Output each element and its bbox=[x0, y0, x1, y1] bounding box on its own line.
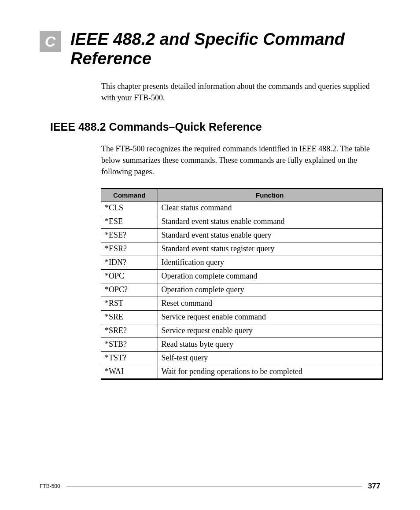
function-cell: Service request enable command bbox=[158, 310, 383, 324]
function-cell: Clear status command bbox=[158, 201, 383, 215]
table-header-function: Function bbox=[158, 188, 383, 201]
intro-paragraph: This chapter presents detailed informati… bbox=[101, 81, 380, 103]
table-row: *SRE?Service request enable query bbox=[101, 324, 383, 338]
function-cell: Reset command bbox=[158, 297, 383, 310]
chapter-letter-badge: C bbox=[40, 31, 61, 52]
table-row: *RSTReset command bbox=[101, 297, 383, 310]
command-cell: *ESE bbox=[101, 215, 158, 228]
table-row: *ESR?Standard event status register quer… bbox=[101, 242, 383, 256]
function-cell: Operation complete command bbox=[158, 269, 383, 283]
function-cell: Standard event status enable command bbox=[158, 215, 383, 228]
command-cell: *CLS bbox=[101, 201, 158, 215]
command-cell: *WAI bbox=[101, 365, 158, 379]
command-cell: *SRE bbox=[101, 310, 158, 324]
table-row: *IDN?Identification query bbox=[101, 256, 383, 269]
table-row: *TST?Self-test query bbox=[101, 351, 383, 365]
command-cell: *TST? bbox=[101, 351, 158, 365]
table-row: *WAIWait for pending operations to be co… bbox=[101, 365, 383, 379]
command-cell: *SRE? bbox=[101, 324, 158, 338]
command-cell: *RST bbox=[101, 297, 158, 310]
section-paragraph: The FTB-500 recognizes the required comm… bbox=[101, 143, 380, 177]
command-cell: *OPC? bbox=[101, 283, 158, 297]
command-cell: *STB? bbox=[101, 338, 158, 351]
command-cell: *ESR? bbox=[101, 242, 158, 256]
table-header-row: Command Function bbox=[101, 188, 383, 201]
page-footer: FTB-500 377 bbox=[40, 482, 380, 491]
function-cell: Service request enable query bbox=[158, 324, 383, 338]
table-row: *SREService request enable command bbox=[101, 310, 383, 324]
footer-rule bbox=[66, 486, 362, 487]
command-cell: *IDN? bbox=[101, 256, 158, 269]
table-header-command: Command bbox=[101, 188, 158, 201]
footer-page-number: 377 bbox=[368, 482, 380, 491]
table-row: *OPC?Operation complete query bbox=[101, 283, 383, 297]
table-row: *CLSClear status command bbox=[101, 201, 383, 215]
table-row: *STB?Read status byte query bbox=[101, 338, 383, 351]
footer-model: FTB-500 bbox=[40, 483, 60, 489]
function-cell: Read status byte query bbox=[158, 338, 383, 351]
table-row: *ESEStandard event status enable command bbox=[101, 215, 383, 228]
function-cell: Wait for pending operations to be comple… bbox=[158, 365, 383, 379]
function-cell: Standard event status enable query bbox=[158, 228, 383, 242]
table-row: *ESE?Standard event status enable query bbox=[101, 228, 383, 242]
command-cell: *OPC bbox=[101, 269, 158, 283]
chapter-title: IEEE 488.2 and Specific Command Referenc… bbox=[70, 30, 380, 68]
function-cell: Identification query bbox=[158, 256, 383, 269]
function-cell: Standard event status register query bbox=[158, 242, 383, 256]
command-cell: *ESE? bbox=[101, 228, 158, 242]
table-row: *OPCOperation complete command bbox=[101, 269, 383, 283]
function-cell: Self-test query bbox=[158, 351, 383, 365]
chapter-header: C IEEE 488.2 and Specific Command Refere… bbox=[40, 30, 380, 68]
section-heading: IEEE 488.2 Commands–Quick Reference bbox=[50, 121, 380, 133]
command-table: Command Function *CLSClear status comman… bbox=[101, 188, 383, 380]
function-cell: Operation complete query bbox=[158, 283, 383, 297]
